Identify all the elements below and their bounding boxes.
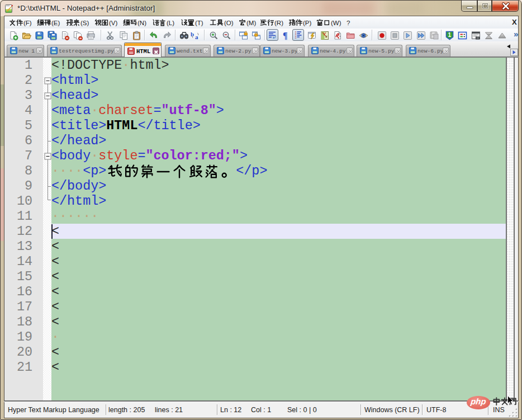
svg-text:¶: ¶ xyxy=(283,31,288,40)
svg-text:a: a xyxy=(195,34,198,40)
svg-text:1: 1 xyxy=(448,32,452,38)
